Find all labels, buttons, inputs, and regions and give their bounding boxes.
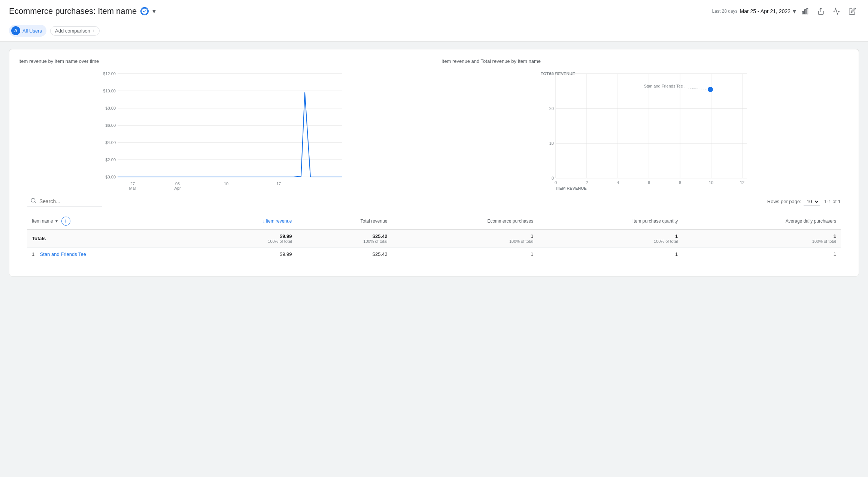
col-ecommerce-purchases[interactable]: Ecommerce purchases [392, 213, 538, 230]
line-chart-title: Item revenue by Item name over time [18, 58, 427, 64]
row-ecommerce-purchases: 1 [392, 248, 538, 261]
totals-label: Totals [27, 230, 195, 248]
add-icon: + [92, 28, 95, 34]
totals-avg-daily-purchasers: 1 100% of total [682, 230, 841, 248]
totals-item-revenue: $9.99 100% of total [195, 230, 297, 248]
svg-text:17: 17 [276, 181, 281, 186]
row-total-revenue: $25.42 [296, 248, 392, 261]
avatar: A [11, 26, 20, 35]
scatter-chart-title: Item revenue and Total revenue by Item n… [441, 58, 850, 64]
svg-text:2: 2 [586, 180, 588, 185]
col-item-revenue[interactable]: ↓Item revenue [195, 213, 297, 230]
svg-text:$10.00: $10.00 [103, 89, 116, 93]
svg-text:10: 10 [549, 141, 554, 146]
svg-text:$6.00: $6.00 [105, 123, 116, 128]
col-item-name[interactable]: Item name ▾ + [27, 213, 195, 230]
page-header: Ecommerce purchases: Item name ▾ Last 28… [0, 0, 868, 42]
charts-panel: Item revenue by Item name over time $12.… [9, 49, 859, 276]
user-badge[interactable]: A All Users [9, 25, 46, 37]
svg-point-0 [142, 8, 148, 14]
rows-per-page-label: Rows per page: [767, 199, 801, 204]
header-filters: A All Users Add comparison + [9, 22, 859, 41]
svg-text:$12.00: $12.00 [103, 71, 116, 76]
share-button[interactable] [814, 4, 828, 18]
svg-rect-1 [802, 11, 804, 14]
edit-button[interactable] [846, 4, 859, 18]
svg-text:03: 03 [175, 181, 180, 186]
line-chart-section: Item revenue by Item name over time $12.… [18, 58, 427, 190]
svg-text:27: 27 [130, 181, 135, 186]
table-toolbar: Rows per page: 10 25 50 1-1 of 1 [27, 196, 841, 207]
insights-button[interactable] [830, 4, 843, 18]
pagination-area: Rows per page: 10 25 50 1-1 of 1 [767, 198, 841, 206]
svg-text:ITEM REVENUE: ITEM REVENUE [556, 186, 587, 190]
sort-icon[interactable]: ▾ [55, 218, 58, 224]
svg-rect-3 [807, 9, 808, 14]
col-avg-daily-purchasers[interactable]: Average daily purchasers [682, 213, 841, 230]
totals-item-purchase-qty: 1 100% of total [538, 230, 682, 248]
svg-text:Apr: Apr [174, 186, 180, 190]
row-item-purchase-qty: 1 [538, 248, 682, 261]
line-chart-container: $12.00 $10.00 $8.00 $6.00 $4.00 $2.00 $0… [18, 70, 427, 190]
charts-row: Item revenue by Item name over time $12.… [18, 58, 850, 190]
svg-text:0: 0 [552, 176, 554, 180]
search-icon [30, 198, 36, 205]
row-rank: 1 Stan and Friends Tee [27, 248, 195, 261]
user-label: All Users [22, 28, 42, 34]
svg-text:Mar: Mar [129, 186, 136, 190]
chart-view-button[interactable] [798, 4, 812, 18]
row-item-revenue: $9.99 [195, 248, 297, 261]
rows-per-page-select[interactable]: 10 25 50 [804, 198, 820, 206]
table-header-row: Item name ▾ + ↓Item revenue Total revenu… [27, 213, 841, 230]
add-comparison-label: Add comparison [55, 28, 90, 34]
svg-line-51 [684, 88, 707, 89]
svg-point-52 [31, 198, 35, 202]
table-row: 1 Stan and Friends Tee $9.99 $25.42 1 1 … [27, 248, 841, 261]
svg-text:10: 10 [709, 180, 713, 185]
item-name-link[interactable]: Stan and Friends Tee [40, 251, 86, 257]
scatter-chart-container: TOTAL REVENUE [441, 70, 850, 190]
header-actions: Last 28 days Mar 25 - Apr 21, 2022 ▾ [712, 4, 859, 18]
add-column-button[interactable]: + [61, 217, 70, 226]
totals-row: Totals $9.99 100% of total $25.42 100% o… [27, 230, 841, 248]
svg-text:Stan and Friends Tee: Stan and Friends Tee [644, 84, 683, 88]
svg-text:$8.00: $8.00 [105, 106, 116, 110]
svg-text:4: 4 [617, 180, 619, 185]
svg-text:$2.00: $2.00 [105, 158, 116, 162]
pagination-text: 1-1 of 1 [824, 199, 841, 204]
date-range-label: Last 28 days [712, 9, 738, 14]
search-box[interactable] [27, 196, 102, 207]
svg-text:12: 12 [740, 180, 744, 185]
table-section: Rows per page: 10 25 50 1-1 of 1 [18, 190, 850, 267]
svg-text:10: 10 [224, 181, 228, 186]
add-comparison-button[interactable]: Add comparison + [50, 26, 100, 36]
totals-total-revenue: $25.42 100% of total [296, 230, 392, 248]
scatter-chart-section: Item revenue and Total revenue by Item n… [441, 58, 850, 190]
totals-ecommerce-purchases: 1 100% of total [392, 230, 538, 248]
svg-point-49 [708, 87, 713, 92]
svg-text:30: 30 [549, 71, 554, 76]
data-table: Item name ▾ + ↓Item revenue Total revenu… [27, 213, 841, 261]
svg-text:$4.00: $4.00 [105, 140, 116, 145]
svg-text:6: 6 [648, 180, 650, 185]
col-item-purchase-qty[interactable]: Item purchase quantity [538, 213, 682, 230]
svg-text:0: 0 [555, 180, 557, 185]
date-dropdown-icon[interactable]: ▾ [793, 7, 796, 15]
row-avg-daily-purchasers: 1 [682, 248, 841, 261]
search-input[interactable] [39, 198, 95, 204]
date-range-value: Mar 25 - Apr 21, 2022 [740, 8, 790, 14]
svg-text:$0.00: $0.00 [105, 175, 116, 179]
page-title: Ecommerce purchases: Item name [9, 6, 137, 16]
date-range: Last 28 days Mar 25 - Apr 21, 2022 ▾ [712, 7, 796, 15]
rows-per-page: Rows per page: 10 25 50 [767, 198, 820, 206]
sort-down-icon: ↓ [263, 219, 265, 223]
title-area: Ecommerce purchases: Item name ▾ [9, 6, 156, 16]
svg-rect-2 [804, 10, 805, 14]
svg-text:20: 20 [549, 106, 554, 111]
svg-text:8: 8 [679, 180, 681, 185]
header-top: Ecommerce purchases: Item name ▾ Last 28… [9, 4, 859, 22]
title-dropdown-icon[interactable]: ▾ [152, 7, 156, 15]
main-content: Item revenue by Item name over time $12.… [0, 42, 868, 284]
col-total-revenue[interactable]: Total revenue [296, 213, 392, 230]
check-icon [140, 7, 149, 15]
